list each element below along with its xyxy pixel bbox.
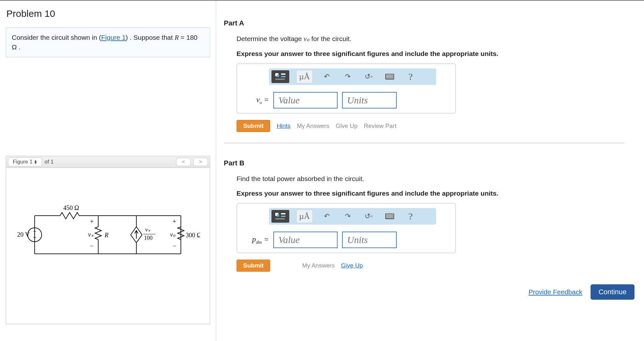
part-a-units-input[interactable] bbox=[342, 92, 397, 108]
part-a-answer-box: µÅ ↶ ↷ ↺◦ ? vo = bbox=[236, 63, 456, 114]
keyboard-icon[interactable] bbox=[383, 210, 397, 223]
part-b-variable-label: pabs = bbox=[243, 235, 269, 245]
provide-feedback-link[interactable]: Provide Feedback bbox=[529, 288, 582, 296]
svg-rect-26 bbox=[275, 218, 285, 219]
figure-panel: Figure 1 ▲▼ of 1 < > bbox=[6, 156, 210, 324]
reset-icon[interactable]: ↺◦ bbox=[362, 70, 376, 83]
part-b-value-input[interactable] bbox=[273, 232, 338, 248]
undo-icon[interactable]: ↶ bbox=[320, 70, 334, 83]
svg-text:R: R bbox=[104, 232, 108, 239]
templates-icon[interactable] bbox=[271, 210, 289, 223]
part-a-value-input[interactable] bbox=[273, 92, 338, 108]
svg-rect-24 bbox=[281, 213, 285, 214]
svg-rect-19 bbox=[281, 73, 285, 75]
part-a-submit-button[interactable]: Submit bbox=[236, 120, 270, 132]
svg-text:vₒ: vₒ bbox=[170, 231, 176, 238]
svg-text:100: 100 bbox=[144, 235, 153, 241]
svg-text:−: − bbox=[90, 242, 93, 249]
stepper-icon: ▲▼ bbox=[34, 160, 37, 164]
my-answers-a[interactable]: My Answers bbox=[297, 122, 329, 129]
svg-rect-20 bbox=[281, 76, 285, 77]
hints-link[interactable]: Hints bbox=[277, 122, 290, 129]
svg-text:20 V: 20 V bbox=[17, 231, 30, 238]
keyboard-icon[interactable] bbox=[383, 70, 397, 83]
part-b-prompt: Find the total power absorbed in the cir… bbox=[236, 175, 636, 183]
part-b-heading: Part B bbox=[224, 159, 636, 167]
svg-text:+: + bbox=[33, 229, 36, 234]
give-up-a[interactable]: Give Up bbox=[336, 122, 358, 129]
svg-text:vₓ: vₓ bbox=[88, 231, 94, 238]
undo-icon[interactable]: ↶ bbox=[320, 210, 334, 223]
figure-body: + − bbox=[6, 168, 210, 324]
figure-prev-button[interactable]: < bbox=[176, 158, 191, 166]
part-a-heading: Part A bbox=[224, 19, 636, 27]
svg-text:+: + bbox=[173, 218, 176, 225]
part-a-instruction: Express your answer to three significant… bbox=[236, 50, 636, 58]
answer-toolbar-a: µÅ ↶ ↷ ↺◦ ? bbox=[269, 68, 436, 85]
part-a-variable-label: vo = bbox=[243, 95, 269, 105]
part-b-instruction: Express your answer to three significant… bbox=[236, 190, 636, 197]
review-part-a[interactable]: Review Part bbox=[364, 122, 396, 129]
redo-icon[interactable]: ↷ bbox=[341, 210, 355, 223]
svg-rect-21 bbox=[275, 79, 285, 80]
problem-statement: Consider the circuit shown in (Figure 1)… bbox=[6, 27, 210, 57]
reset-icon[interactable]: ↺◦ bbox=[362, 210, 376, 223]
svg-rect-25 bbox=[281, 216, 285, 217]
svg-text:−: − bbox=[33, 234, 37, 240]
units-button[interactable]: µÅ bbox=[296, 210, 313, 223]
give-up-b[interactable]: Give Up bbox=[341, 262, 363, 269]
redo-icon[interactable]: ↷ bbox=[341, 70, 355, 83]
figure-link[interactable]: Figure 1 bbox=[101, 34, 126, 41]
part-a-prompt: Determine the voltage vₒ for the circuit… bbox=[236, 35, 636, 43]
svg-text:450 Ω: 450 Ω bbox=[63, 204, 79, 211]
my-answers-b[interactable]: My Answers bbox=[302, 262, 334, 269]
help-icon[interactable]: ? bbox=[404, 70, 418, 83]
figure-next-button[interactable]: > bbox=[193, 158, 208, 166]
figure-of-text: of 1 bbox=[45, 159, 53, 165]
figure-selector[interactable]: Figure 1 ▲▼ bbox=[8, 157, 42, 166]
svg-text:+: + bbox=[90, 218, 93, 225]
continue-button[interactable]: Continue bbox=[591, 284, 634, 300]
svg-text:vₓ: vₓ bbox=[145, 226, 151, 233]
help-icon[interactable]: ? bbox=[404, 210, 418, 223]
divider bbox=[224, 143, 624, 143]
units-button[interactable]: µÅ bbox=[296, 70, 313, 83]
svg-text:300 Ω: 300 Ω bbox=[186, 232, 200, 239]
problem-title: Problem 10 bbox=[6, 8, 210, 19]
svg-text:−: − bbox=[173, 242, 176, 249]
svg-rect-23 bbox=[277, 214, 279, 217]
part-b-submit-button[interactable]: Submit bbox=[236, 260, 270, 272]
figure-toolbar: Figure 1 ▲▼ of 1 < > bbox=[6, 156, 210, 168]
templates-icon[interactable] bbox=[271, 70, 289, 83]
answer-toolbar-b: µÅ ↶ ↷ ↺◦ ? bbox=[269, 208, 436, 225]
part-b-answer-box: µÅ ↶ ↷ ↺◦ ? pabs = bbox=[236, 203, 456, 253]
circuit-diagram: + − bbox=[16, 197, 200, 273]
svg-rect-18 bbox=[277, 75, 279, 77]
part-b-units-input[interactable] bbox=[342, 232, 397, 248]
